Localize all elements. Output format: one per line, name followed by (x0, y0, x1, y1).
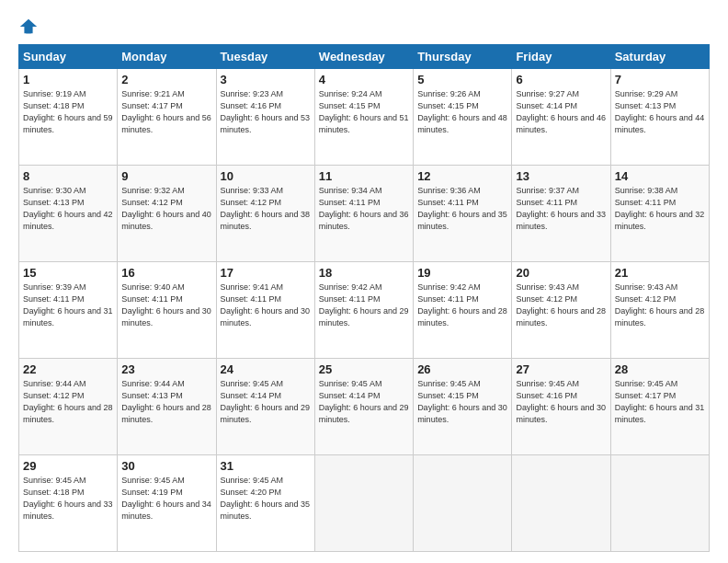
day-number: 14 (615, 169, 705, 183)
day-number: 21 (615, 266, 705, 280)
day-info: Sunrise: 9:33 AMSunset: 4:12 PMDaylight:… (221, 185, 311, 233)
weekday-header-cell: Thursday (414, 45, 512, 69)
day-number: 22 (23, 362, 113, 376)
day-info: Sunrise: 9:29 AMSunset: 4:13 PMDaylight:… (615, 88, 705, 136)
day-info: Sunrise: 9:45 AMSunset: 4:19 PMDaylight:… (121, 475, 211, 523)
calendar-week-row: 1 Sunrise: 9:19 AMSunset: 4:18 PMDayligh… (19, 69, 710, 166)
day-info: Sunrise: 9:45 AMSunset: 4:20 PMDaylight:… (221, 475, 311, 523)
day-info: Sunrise: 9:27 AMSunset: 4:14 PMDaylight:… (516, 88, 606, 136)
day-number: 25 (319, 362, 409, 376)
day-info: Sunrise: 9:42 AMSunset: 4:11 PMDaylight:… (417, 282, 507, 329)
weekday-header-cell: Friday (512, 45, 610, 69)
calendar-week-row: 29 Sunrise: 9:45 AMSunset: 4:18 PMDaylig… (19, 455, 710, 552)
calendar: SundayMondayTuesdayWednesdayThursdayFrid… (18, 44, 710, 552)
calendar-day-cell (414, 455, 512, 552)
day-info: Sunrise: 9:39 AMSunset: 4:11 PMDaylight:… (23, 282, 113, 329)
day-number: 3 (221, 73, 311, 86)
day-number: 10 (221, 169, 311, 183)
day-number: 31 (221, 459, 311, 473)
weekday-header-cell: Sunday (19, 45, 118, 69)
day-info: Sunrise: 9:43 AMSunset: 4:12 PMDaylight:… (516, 282, 606, 329)
day-number: 27 (516, 362, 606, 376)
weekday-header-row: SundayMondayTuesdayWednesdayThursdayFrid… (19, 45, 710, 69)
calendar-day-cell: 29 Sunrise: 9:45 AMSunset: 4:18 PMDaylig… (19, 455, 118, 552)
calendar-day-cell: 20 Sunrise: 9:43 AMSunset: 4:12 PMDaylig… (512, 262, 610, 359)
day-info: Sunrise: 9:45 AMSunset: 4:17 PMDaylight:… (615, 378, 705, 426)
day-number: 1 (23, 73, 113, 86)
calendar-day-cell: 9 Sunrise: 9:32 AMSunset: 4:12 PMDayligh… (118, 166, 216, 262)
weekday-header-cell: Saturday (610, 45, 709, 69)
day-number: 29 (23, 459, 113, 473)
day-number: 12 (417, 169, 507, 183)
day-info: Sunrise: 9:23 AMSunset: 4:16 PMDaylight:… (221, 88, 311, 136)
day-info: Sunrise: 9:45 AMSunset: 4:15 PMDaylight:… (417, 378, 507, 426)
calendar-body: 1 Sunrise: 9:19 AMSunset: 4:18 PMDayligh… (19, 69, 710, 552)
day-info: Sunrise: 9:34 AMSunset: 4:11 PMDaylight:… (319, 185, 409, 233)
day-number: 26 (417, 362, 507, 376)
day-info: Sunrise: 9:30 AMSunset: 4:13 PMDaylight:… (23, 185, 113, 233)
calendar-day-cell: 26 Sunrise: 9:45 AMSunset: 4:15 PMDaylig… (414, 359, 512, 455)
calendar-day-cell (314, 455, 413, 552)
day-number: 11 (319, 169, 409, 183)
day-number: 24 (221, 362, 311, 376)
calendar-day-cell: 24 Sunrise: 9:45 AMSunset: 4:14 PMDaylig… (216, 359, 314, 455)
day-info: Sunrise: 9:45 AMSunset: 4:14 PMDaylight:… (319, 378, 409, 426)
calendar-day-cell: 17 Sunrise: 9:41 AMSunset: 4:11 PMDaylig… (216, 262, 314, 359)
calendar-day-cell (610, 455, 709, 552)
calendar-day-cell: 27 Sunrise: 9:45 AMSunset: 4:16 PMDaylig… (512, 359, 610, 455)
weekday-header-cell: Monday (118, 45, 216, 69)
calendar-week-row: 15 Sunrise: 9:39 AMSunset: 4:11 PMDaylig… (19, 262, 710, 359)
day-info: Sunrise: 9:43 AMSunset: 4:12 PMDaylight:… (615, 282, 705, 329)
weekday-header-cell: Wednesday (314, 45, 413, 69)
day-info: Sunrise: 9:21 AMSunset: 4:17 PMDaylight:… (121, 88, 211, 136)
calendar-day-cell: 22 Sunrise: 9:44 AMSunset: 4:12 PMDaylig… (19, 359, 118, 455)
day-info: Sunrise: 9:26 AMSunset: 4:15 PMDaylight:… (417, 88, 507, 136)
day-info: Sunrise: 9:45 AMSunset: 4:16 PMDaylight:… (516, 378, 606, 426)
day-info: Sunrise: 9:38 AMSunset: 4:11 PMDaylight:… (615, 185, 705, 233)
calendar-week-row: 22 Sunrise: 9:44 AMSunset: 4:12 PMDaylig… (19, 359, 710, 455)
day-info: Sunrise: 9:36 AMSunset: 4:11 PMDaylight:… (417, 185, 507, 233)
calendar-day-cell: 13 Sunrise: 9:37 AMSunset: 4:11 PMDaylig… (512, 166, 610, 262)
calendar-day-cell: 12 Sunrise: 9:36 AMSunset: 4:11 PMDaylig… (414, 166, 512, 262)
day-info: Sunrise: 9:45 AMSunset: 4:14 PMDaylight:… (221, 378, 311, 426)
calendar-day-cell: 19 Sunrise: 9:42 AMSunset: 4:11 PMDaylig… (414, 262, 512, 359)
page: SundayMondayTuesdayWednesdayThursdayFrid… (0, 0, 728, 563)
calendar-day-cell: 30 Sunrise: 9:45 AMSunset: 4:19 PMDaylig… (118, 455, 216, 552)
calendar-day-cell: 11 Sunrise: 9:34 AMSunset: 4:11 PMDaylig… (314, 166, 413, 262)
day-number: 5 (417, 73, 507, 86)
calendar-day-cell: 10 Sunrise: 9:33 AMSunset: 4:12 PMDaylig… (216, 166, 314, 262)
calendar-day-cell: 28 Sunrise: 9:45 AMSunset: 4:17 PMDaylig… (610, 359, 709, 455)
day-number: 30 (121, 459, 211, 473)
calendar-day-cell: 7 Sunrise: 9:29 AMSunset: 4:13 PMDayligh… (610, 69, 709, 166)
day-number: 7 (615, 73, 705, 86)
logo (18, 17, 42, 37)
day-info: Sunrise: 9:44 AMSunset: 4:12 PMDaylight:… (23, 378, 113, 426)
day-number: 6 (516, 73, 606, 86)
calendar-day-cell: 5 Sunrise: 9:26 AMSunset: 4:15 PMDayligh… (414, 69, 512, 166)
calendar-day-cell: 15 Sunrise: 9:39 AMSunset: 4:11 PMDaylig… (19, 262, 118, 359)
calendar-day-cell: 8 Sunrise: 9:30 AMSunset: 4:13 PMDayligh… (19, 166, 118, 262)
calendar-day-cell: 4 Sunrise: 9:24 AMSunset: 4:15 PMDayligh… (314, 69, 413, 166)
day-number: 13 (516, 169, 606, 183)
calendar-day-cell: 3 Sunrise: 9:23 AMSunset: 4:16 PMDayligh… (216, 69, 314, 166)
calendar-day-cell: 31 Sunrise: 9:45 AMSunset: 4:20 PMDaylig… (216, 455, 314, 552)
day-number: 19 (417, 266, 507, 280)
day-number: 2 (121, 73, 211, 86)
calendar-day-cell: 14 Sunrise: 9:38 AMSunset: 4:11 PMDaylig… (610, 166, 709, 262)
calendar-day-cell: 21 Sunrise: 9:43 AMSunset: 4:12 PMDaylig… (610, 262, 709, 359)
day-info: Sunrise: 9:32 AMSunset: 4:12 PMDaylight:… (121, 185, 211, 233)
day-number: 16 (121, 266, 211, 280)
day-info: Sunrise: 9:42 AMSunset: 4:11 PMDaylight:… (319, 282, 409, 329)
calendar-day-cell (512, 455, 610, 552)
day-info: Sunrise: 9:40 AMSunset: 4:11 PMDaylight:… (121, 282, 211, 329)
calendar-day-cell: 18 Sunrise: 9:42 AMSunset: 4:11 PMDaylig… (314, 262, 413, 359)
day-info: Sunrise: 9:24 AMSunset: 4:15 PMDaylight:… (319, 88, 409, 136)
calendar-day-cell: 2 Sunrise: 9:21 AMSunset: 4:17 PMDayligh… (118, 69, 216, 166)
svg-rect-1 (26, 29, 31, 34)
weekday-header-cell: Tuesday (216, 45, 314, 69)
day-info: Sunrise: 9:44 AMSunset: 4:13 PMDaylight:… (121, 378, 211, 426)
day-number: 9 (121, 169, 211, 183)
day-number: 28 (615, 362, 705, 376)
day-number: 18 (319, 266, 409, 280)
day-info: Sunrise: 9:41 AMSunset: 4:11 PMDaylight:… (221, 282, 311, 329)
